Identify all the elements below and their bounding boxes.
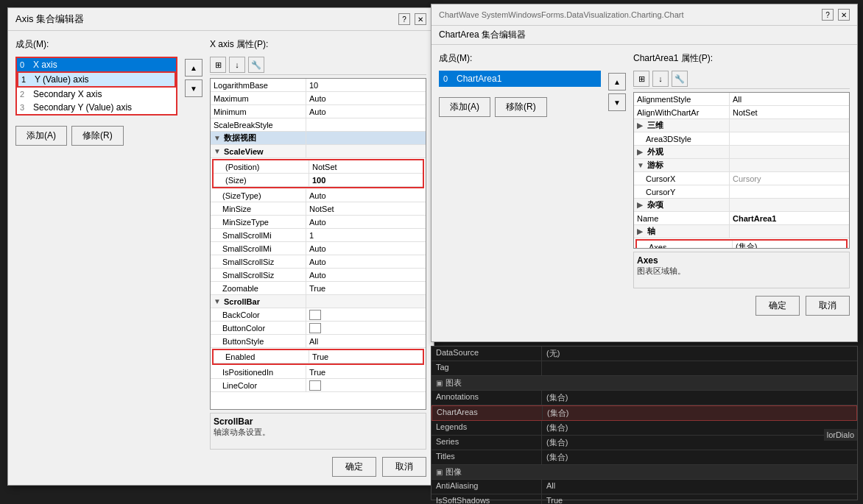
right-members-panel: 成员(M): 0 ChartArea1 添加(A) 移除(R) (439, 52, 601, 316)
bottom-row-legends: Legends (集合) (432, 421, 857, 436)
prop-buttoncolor: ButtonColor (211, 322, 426, 335)
bottom-row-tag: Tag (432, 361, 857, 376)
down-arrow-button[interactable]: ▼ (185, 79, 202, 97)
updown-buttons: ▲ ▼ (185, 59, 202, 477)
member-item-1[interactable]: 1 Y (Value) axis (17, 71, 176, 88)
linecolor-swatch (309, 380, 321, 391)
bottom-section-chart: ▣ 图表 (432, 376, 857, 391)
prop-ispositioned: IsPositionedIn True (211, 366, 426, 379)
member-item-2[interactable]: 2 Secondary X axis (17, 88, 176, 101)
right-info-box: Axes 图表区域轴。 (633, 252, 850, 288)
bottom-row-annotations: Annotations (集合) (432, 391, 857, 405)
right-cancel-button[interactable]: 取消 (806, 296, 850, 316)
right-dialog-title: ChartWave SystemWindowsForms.DataVisuali… (439, 10, 684, 19)
info-title: ScrollBar (214, 416, 423, 427)
right-section-appearance[interactable]: ▶外观 (634, 146, 849, 159)
cancel-button[interactable]: 取消 (382, 457, 426, 477)
member-name-2: Secondary X axis (33, 89, 102, 99)
right-dialog-titlebar: ChartWave SystemWindowsForms.DataVisuali… (432, 4, 857, 26)
member-index-3: 3 (20, 103, 30, 112)
prop-sizetype: (SizeType) Auto (211, 189, 426, 202)
right-members-buttons: 添加(A) 移除(R) (439, 97, 601, 117)
prop-smallscrollsiz1: SmallScrollSiz Auto (211, 255, 426, 269)
right-up-arrow-button[interactable]: ▲ (608, 73, 626, 90)
right-section-3d[interactable]: ▶三维 (634, 119, 849, 132)
member-item-3[interactable]: 3 Secondary Y (Value) axis (17, 101, 176, 114)
right-remove-button[interactable]: 移除(R) (495, 97, 547, 117)
right-prop-cursory: CursorY (634, 185, 849, 199)
props-toolbar: ⊞ ↓ 🔧 (210, 55, 426, 75)
axes-group: Axes (集合) (635, 239, 848, 249)
right-member-item-0[interactable]: 0 ChartArea1 (440, 72, 599, 85)
right-titlebar-controls: ? ✕ (822, 9, 850, 21)
right-props-list[interactable]: AlignmentStyle All AlignWithChartAr NotS… (633, 92, 850, 249)
member-item-0[interactable]: 0 X axis (17, 58, 176, 71)
buttoncolor-swatch (309, 323, 321, 333)
right-ok-button[interactable]: 确定 (755, 296, 800, 316)
section-scrollbar[interactable]: ▼ScrollBar (211, 295, 426, 308)
add-button[interactable]: 添加(A) (15, 126, 67, 146)
right-prop-axes[interactable]: Axes (集合) (637, 241, 846, 249)
bottom-row-datasource: DataSource (无) (432, 347, 857, 361)
ok-button[interactable]: 确定 (332, 457, 376, 477)
members-panel: 成员(M): 0 X axis 1 Y (Value) axis 2 Secon… (15, 38, 177, 477)
member-index-1: 1 (21, 75, 32, 84)
prop-logarithmbase: LogarithmBase 10 (211, 79, 426, 92)
member-name-1: Y (Value) axis (35, 74, 89, 85)
section-dataview[interactable]: ▼数据视图 (211, 132, 426, 145)
right-prop-area3dstyle: Area3DStyle (634, 132, 849, 146)
right-props-sort-button[interactable]: ⊞ (633, 71, 649, 87)
section-scaleview[interactable]: ▼ScaleView (211, 145, 426, 158)
close-button[interactable]: ✕ (415, 13, 426, 25)
prop-enabled: Enabled True (214, 350, 423, 363)
right-down-arrow-button[interactable]: ▼ (608, 93, 626, 111)
right-section-misc[interactable]: ▶杂项 (634, 199, 849, 212)
members-list[interactable]: 0 X axis 1 Y (Value) axis 2 Secondary X … (15, 57, 177, 116)
chartarea-collection-editor: ChartWave SystemWindowsForms.DataVisuali… (431, 4, 858, 342)
help-button[interactable]: ? (398, 13, 410, 25)
member-name-0: X axis (33, 60, 57, 70)
bottom-row-issoftshadows: IsSoftShadows True (432, 494, 857, 504)
right-add-button[interactable]: 添加(A) (439, 97, 490, 117)
right-props-alpha-button[interactable]: ↓ (652, 71, 669, 87)
up-arrow-button[interactable]: ▲ (185, 59, 202, 77)
titlebar-controls: ? ✕ (398, 13, 426, 25)
right-info-title: Axes (637, 255, 846, 266)
right-section-axis[interactable]: ▶轴 (634, 225, 849, 238)
props-sort-button[interactable]: ⊞ (210, 57, 226, 73)
props-wrench-button[interactable]: 🔧 (248, 57, 264, 73)
prop-size: (Size) 100 (214, 174, 423, 187)
right-help-button[interactable]: ? (822, 9, 834, 21)
prop-scalebreakstyle: ScaleBreakStyle (211, 118, 426, 132)
bottom-row-chartareas[interactable]: ChartAreas (集合) (432, 405, 857, 421)
member-index-0: 0 (20, 60, 30, 69)
right-member-name-0: ChartArea1 (457, 74, 501, 84)
prop-linecolor: LineColor (211, 379, 426, 392)
right-prop-name: Name ChartArea1 (634, 212, 849, 225)
colordialog-label: lorDialo (824, 429, 857, 441)
properties-panel: X axis 属性(P): ⊞ ↓ 🔧 LogarithmBase 10 Max… (210, 38, 426, 477)
props-alpha-button[interactable]: ↓ (229, 57, 245, 73)
right-section-cursor[interactable]: ▼游标 (634, 159, 849, 172)
right-members-list[interactable]: 0 ChartArea1 (439, 71, 601, 87)
right-dialog-content: 成员(M): 0 ChartArea1 添加(A) 移除(R) ▲ ▼ Char… (432, 45, 857, 323)
right-members-label: 成员(M): (439, 52, 601, 65)
prop-backcolor: BackColor (211, 308, 426, 322)
left-dialog-titlebar: Axis 集合编辑器 ? ✕ (8, 8, 434, 31)
properties-label: X axis 属性(P): (210, 38, 426, 51)
right-props-wrench-button[interactable]: 🔧 (672, 71, 688, 87)
remove-button[interactable]: 修除(R) (71, 126, 124, 146)
right-close-button[interactable]: ✕ (838, 9, 850, 21)
prop-minsize: MinSize NotSet (211, 202, 426, 216)
info-desc: 轴滚动条设置。 (214, 427, 423, 438)
prop-minsizetype: MinSizeType Auto (211, 216, 426, 229)
enabled-group: Enabled True (212, 349, 424, 365)
member-name-3: Secondary Y (Value) axis (33, 102, 132, 113)
chartarea-subtitle: ChartArea 集合编辑器 (432, 26, 857, 45)
prop-smallscrollsiz2: SmallScrollSiz Auto (211, 269, 426, 282)
props-list[interactable]: LogarithmBase 10 Maximum Auto Minimum Au… (210, 78, 426, 410)
right-member-index-0: 0 (443, 74, 454, 83)
chartarea-editor-title: ChartArea 集合编辑器 (439, 29, 526, 40)
prop-smallscrollmi2: SmallScrollMi Auto (211, 242, 426, 255)
right-prop-alignmentstyle: AlignmentStyle All (634, 93, 849, 106)
